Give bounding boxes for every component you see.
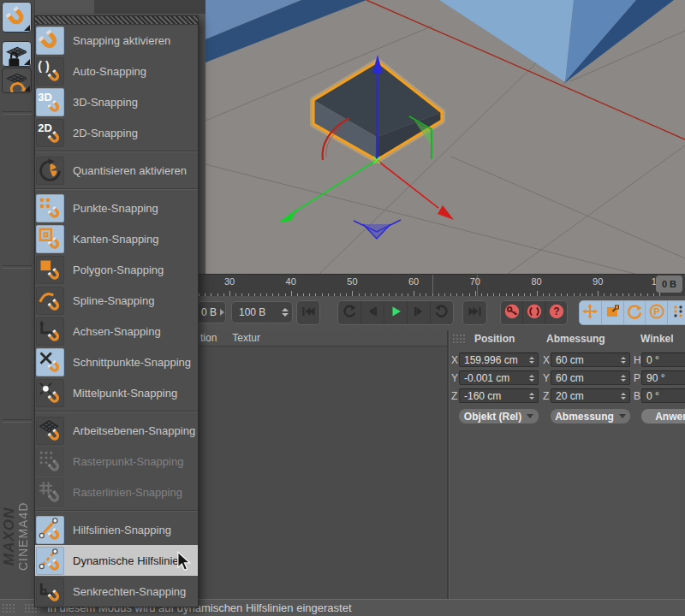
menu-item-achsen-snapping[interactable]: Achsen-Snapping: [35, 316, 198, 346]
frame-popup-arrow-icon[interactable]: [220, 309, 224, 316]
menu-item-funktion[interactable]: tion: [200, 332, 217, 344]
goto-start-button[interactable]: [297, 301, 319, 324]
statusbar-grip[interactable]: [2, 603, 16, 613]
menu-item-auto-snapping[interactable]: ( )Auto-Snapping: [35, 56, 198, 86]
menu-item-mittelpunkt-snapping[interactable]: Mittelpunkt-Snapping: [35, 377, 198, 408]
panel-grip[interactable]: [452, 334, 466, 344]
goto-end-button[interactable]: [463, 301, 486, 324]
app-logo: MAXON CINEMA4D: [0, 472, 34, 601]
timeline-range-chip[interactable]: 0 B: [656, 275, 682, 293]
menu-item-3d-snapping[interactable]: 3D3D-Snapping: [35, 86, 198, 117]
help-button[interactable]: ?: [545, 301, 567, 324]
dynamic-guide-snap-icon: [36, 547, 64, 575]
viewport-scene: [206, 0, 685, 274]
apply-button[interactable]: Anwenden: [641, 409, 685, 424]
abmessung-z-field[interactable]: 20 cm: [551, 388, 630, 403]
autokey-button[interactable]: [523, 301, 545, 324]
spinner-icon[interactable]: [529, 375, 534, 382]
menu-item-snapping-aktivieren[interactable]: Snapping aktivieren: [35, 25, 198, 56]
menu-item-arbeitsebenen-snapping[interactable]: Arbeitsebenen-Snapping: [35, 415, 198, 446]
y-axis-handle[interactable]: [377, 72, 378, 159]
abmessung-y-field[interactable]: 60 cm: [551, 370, 630, 385]
winkel-b-field[interactable]: 0 °: [641, 388, 685, 403]
record-keyframe-button[interactable]: [501, 301, 523, 324]
previous-frame-button[interactable]: [361, 301, 384, 324]
spinner-icon[interactable]: [621, 393, 626, 400]
spinner-icon[interactable]: [621, 375, 626, 382]
menu-item-rasterlinien-snapping[interactable]: Rasterlinien-Snapping: [35, 477, 198, 507]
menu-item-2d-snapping[interactable]: 2D2D-Snapping: [35, 117, 198, 148]
move-tool-button[interactable]: [580, 301, 602, 324]
dropdown-abmessung[interactable]: Abmessung: [551, 409, 630, 424]
menu-item-label: Achsen-Snapping: [73, 325, 161, 338]
spinner-icon[interactable]: [621, 357, 626, 364]
quantize-icon: [36, 157, 64, 185]
spinner-icon[interactable]: [282, 308, 289, 317]
chevron-down-icon: [619, 414, 626, 418]
position-y-field[interactable]: -0.001 cm: [459, 370, 539, 385]
coordinates-manager: PositionX159.996 cmY-0.001 cmZ-160 cmObj…: [449, 330, 685, 599]
menu-item-schnittpunkte-snapping[interactable]: Schnittpunkte-Snapping: [35, 346, 198, 377]
rotate-icon: [626, 303, 643, 323]
winkel-h-field[interactable]: 0 °: [641, 352, 685, 367]
menu-item-quantisieren-aktivieren[interactable]: Quantisieren aktivieren: [35, 155, 198, 186]
menu-separator: [35, 148, 198, 155]
lower-panels: tion Textur PositionX159.996 cmY-0.001 c…: [195, 330, 685, 599]
position-x-field[interactable]: 159.996 cm: [459, 352, 539, 367]
menu-item-dynamische-hilfslinien[interactable]: Dynamische Hilfslinien: [35, 545, 198, 576]
menu-item-punkte-snapping[interactable]: Punkte-Snapping: [35, 192, 198, 223]
rotate-tool-button[interactable]: [624, 301, 646, 324]
menu-item-polygon-snapping[interactable]: Polygon-Snapping: [35, 254, 198, 285]
menu-item-label: Kanten-Snapping: [73, 233, 158, 246]
transport-button-group: [462, 300, 487, 325]
spinner-icon[interactable]: [529, 357, 534, 364]
menu-item-textur[interactable]: Textur: [232, 332, 260, 344]
previous-key-button[interactable]: [338, 301, 361, 324]
spinner-icon[interactable]: [529, 393, 534, 400]
next-key-button[interactable]: [431, 301, 453, 324]
toolbar-groove: [3, 419, 32, 423]
play-button[interactable]: [384, 301, 408, 324]
cinema4d-logo-text: CINEMA4D: [16, 472, 32, 601]
move-icon: [581, 303, 599, 323]
viewport-3d[interactable]: [206, 0, 685, 274]
coordinate-system-button[interactable]: P: [646, 301, 668, 324]
menu-item-hilfslinien-snapping[interactable]: Hilfslinien-Snapping: [35, 514, 198, 545]
next-frame-button[interactable]: [408, 301, 431, 324]
ruler-label: 40: [286, 276, 296, 287]
end-frame-field[interactable]: 100 B: [231, 301, 293, 323]
winkel-p-field[interactable]: 90 °: [641, 370, 685, 385]
menu-item-label: Mittelpunkt-Snapping: [73, 387, 177, 400]
prev-frame-icon: [364, 303, 381, 323]
scale-tool-button[interactable]: [602, 301, 624, 324]
menu-item-kanten-snapping[interactable]: Kanten-Snapping: [35, 223, 198, 254]
gridline-snap-icon: [36, 478, 64, 506]
menu-item-spline-snapping[interactable]: Spline-Snapping: [35, 285, 198, 316]
flyout-corner-icon: [24, 86, 30, 92]
prev-key-icon: [341, 303, 358, 323]
menu-item-label: Arbeitsebenen-Snapping: [73, 424, 195, 437]
menu-separator: [35, 507, 198, 514]
menu-item-label: Schnittpunkte-Snapping: [73, 356, 191, 369]
dropdown-objekt-rel-[interactable]: Objekt (Rel): [459, 409, 539, 424]
timeline-ruler[interactable]: 30405060708090100: [195, 274, 685, 298]
ruler-label: 30: [224, 276, 235, 287]
menu-item-senkrechten-snapping[interactable]: Senkrechten-Snapping: [35, 576, 198, 607]
workplane-lock-button[interactable]: [2, 41, 32, 67]
more-tools-handle[interactable]: [668, 301, 685, 324]
workplane-mode-button[interactable]: [2, 68, 32, 93]
scale-icon: [604, 303, 621, 323]
ruler-label: 60: [408, 276, 419, 287]
menu-tear-off-strip[interactable]: [35, 16, 198, 25]
transport-bar: 0 B 100 B ?P: [195, 296, 685, 331]
abmessung-x-field[interactable]: 60 cm: [551, 352, 630, 367]
snapping-tool-button[interactable]: [2, 2, 32, 33]
position-z-field[interactable]: -160 cm: [459, 388, 539, 403]
current-frame-field[interactable]: 0 B: [197, 301, 226, 323]
next-frame-icon: [410, 303, 427, 323]
menu-item-label: 3D-Snapping: [73, 96, 138, 109]
top-toolbar-strip: [94, 0, 206, 14]
menu-item-rasterpunkt-snapping[interactable]: Rasterpunkt-Snapping: [35, 446, 198, 477]
goto-end-icon: [467, 303, 484, 323]
spline-snap-icon: [36, 287, 64, 315]
